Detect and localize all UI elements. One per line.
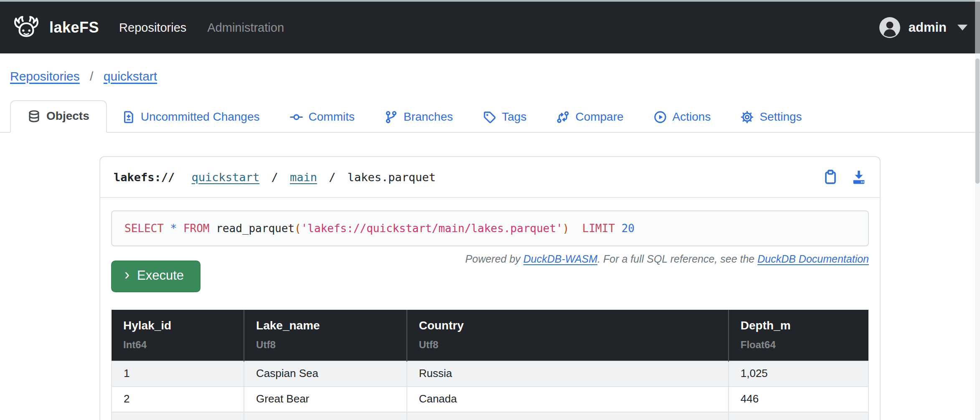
- git-branch-icon: [385, 111, 398, 124]
- column-name: Hylak_id: [123, 319, 232, 332]
- column-type: Utf8: [419, 339, 716, 351]
- cell-lake-name: Great Slave: [244, 412, 407, 420]
- execute-button[interactable]: › Execute: [111, 261, 201, 292]
- tab-label: Actions: [673, 110, 711, 124]
- scrollbar-thumb[interactable]: [975, 58, 980, 184]
- tab-label: Commits: [309, 110, 355, 124]
- tab-branches[interactable]: Branches: [370, 101, 468, 133]
- avatar-icon: [879, 17, 900, 38]
- table-row: 2 Great Bear Canada 446: [112, 387, 868, 412]
- column-header: Depth_m Float64: [729, 310, 868, 361]
- cell-hylak-id: 3: [112, 412, 244, 420]
- tag-icon: [483, 111, 496, 124]
- cell-depth: 614: [729, 412, 868, 420]
- tab-label: Settings: [759, 110, 802, 124]
- path-separator: /: [329, 171, 335, 184]
- table-row: 3 Great Slave Canada 614: [112, 412, 868, 420]
- path-repo-link[interactable]: quickstart: [192, 171, 260, 184]
- download-icon[interactable]: [851, 170, 866, 185]
- database-icon: [28, 110, 41, 123]
- sql-actions-row: › Execute Powered by DuckDB-WASM. For a …: [111, 253, 869, 292]
- tab-settings[interactable]: Settings: [726, 101, 817, 133]
- object-path-header: lakefs:// quickstart / main / lakes.parq…: [100, 157, 880, 198]
- breadcrumb-quickstart-link[interactable]: quickstart: [104, 69, 157, 83]
- sql-token: 20: [622, 222, 635, 235]
- cell-country: Canada: [407, 412, 729, 420]
- path-branch-link[interactable]: main: [290, 171, 317, 184]
- column-header: Lake_name Utf8: [244, 310, 407, 361]
- cell-hylak-id: 2: [112, 387, 244, 412]
- powered-by-text: Powered by: [465, 253, 523, 265]
- sql-token: LIMIT: [582, 222, 615, 235]
- sql-token: read_parquet: [216, 222, 295, 235]
- duckdb-docs-link[interactable]: DuckDB Documentation: [757, 253, 869, 265]
- tab-uncommitted-changes[interactable]: Uncommitted Changes: [107, 101, 275, 133]
- column-name: Lake_name: [256, 319, 395, 332]
- column-header: Country Utf8: [407, 310, 729, 361]
- lakefs-axolotl-logo-icon: [11, 15, 42, 40]
- sql-token: 'lakefs://quickstart/main/lakes.parquet': [301, 222, 563, 235]
- path-separator: /: [271, 171, 278, 184]
- column-header: Hylak_id Int64: [112, 310, 244, 361]
- path-scheme: lakefs://: [114, 171, 175, 184]
- execute-label: Execute: [137, 268, 184, 283]
- tab-label: Uncommitted Changes: [141, 110, 260, 124]
- git-compare-icon: [556, 111, 569, 124]
- sql-token: *: [170, 222, 177, 235]
- cell-country: Russia: [407, 361, 729, 387]
- copy-clipboard-icon[interactable]: [823, 170, 838, 185]
- chevron-down-icon: [957, 25, 967, 30]
- object-viewer-card: lakefs:// quickstart / main / lakes.parq…: [99, 156, 881, 420]
- tab-tags[interactable]: Tags: [468, 101, 541, 133]
- cell-depth: 1,025: [729, 361, 868, 387]
- sql-editor[interactable]: SELECT * FROM read_parquet('lakefs://qui…: [111, 210, 869, 246]
- tab-label: Compare: [575, 110, 623, 124]
- cell-country: Canada: [407, 387, 729, 412]
- table-row: 1 Caspian Sea Russia 1,025: [112, 361, 868, 387]
- column-name: Country: [419, 319, 716, 332]
- sql-token: FROM: [183, 222, 210, 235]
- play-circle-icon: [654, 111, 667, 124]
- tab-actions[interactable]: Actions: [639, 101, 726, 133]
- cell-hylak-id: 1: [112, 361, 244, 387]
- duckdb-wasm-link[interactable]: DuckDB-WASM: [523, 253, 597, 265]
- table-header-row: Hylak_id Int64 Lake_name Utf8 Country Ut…: [112, 310, 868, 361]
- tab-objects[interactable]: Objects: [10, 100, 107, 133]
- tab-compare[interactable]: Compare: [541, 101, 638, 133]
- sql-token: (: [295, 222, 301, 235]
- cell-depth: 446: [729, 387, 868, 412]
- scrollbar-track[interactable]: [975, 0, 980, 420]
- commit-icon: [290, 111, 303, 124]
- breadcrumb: Repositories / quickstart: [0, 53, 980, 83]
- user-name: admin: [909, 20, 947, 35]
- chevron-right-icon: ›: [124, 267, 129, 282]
- object-path: lakefs:// quickstart / main / lakes.parq…: [114, 171, 436, 184]
- sql-token: ): [563, 222, 569, 235]
- column-type: Int64: [123, 339, 232, 351]
- breadcrumb-separator: /: [90, 69, 93, 83]
- nav-item-repositories[interactable]: Repositories: [119, 21, 186, 35]
- object-viewer-body: SELECT * FROM read_parquet('lakefs://qui…: [100, 198, 880, 420]
- gear-icon: [741, 111, 754, 124]
- column-name: Depth_m: [741, 319, 857, 332]
- repository-tabbar: Objects Uncommitted Changes Commits Bran…: [0, 100, 980, 133]
- user-menu[interactable]: admin: [879, 17, 967, 38]
- breadcrumb-repositories-link[interactable]: Repositories: [10, 69, 80, 83]
- query-results-table: Hylak_id Int64 Lake_name Utf8 Country Ut…: [111, 310, 869, 420]
- powered-by-note: Powered by DuckDB-WASM. For a full SQL r…: [465, 253, 869, 265]
- top-navbar: lakeFS Repositories Administration admin: [0, 2, 980, 53]
- path-filename: lakes.parquet: [348, 171, 436, 184]
- tab-label: Tags: [502, 110, 526, 124]
- tab-commits[interactable]: Commits: [275, 101, 370, 133]
- brand-title: lakeFS: [49, 19, 99, 36]
- nav-item-administration[interactable]: Administration: [207, 21, 284, 35]
- tab-label: Branches: [404, 110, 453, 124]
- file-diff-icon: [122, 111, 135, 124]
- column-type: Utf8: [256, 339, 395, 351]
- column-type: Float64: [741, 339, 857, 351]
- sql-token: SELECT: [124, 222, 164, 235]
- object-actions: [823, 170, 866, 185]
- powered-by-text: . For a full SQL reference, see the: [597, 253, 757, 265]
- brand-link[interactable]: lakeFS: [11, 15, 119, 40]
- cell-lake-name: Great Bear: [244, 387, 407, 412]
